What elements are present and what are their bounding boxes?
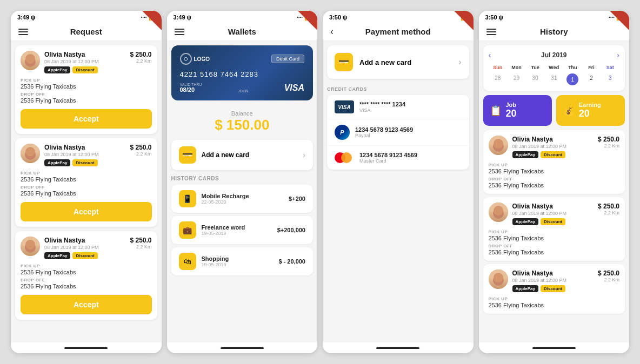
cal-29[interactable]: 29: [507, 73, 526, 85]
debit-card: ⬡ LOGO Debit Card 4221 5168 7464 2283 VA…: [171, 45, 314, 100]
back-button[interactable]: ‹: [330, 26, 334, 37]
card-holder: JOHN: [238, 89, 248, 93]
cal-3[interactable]: 3: [601, 73, 619, 85]
hist-badge-discount-2: Discount: [541, 218, 565, 225]
bottom-indicator-4: [479, 342, 630, 353]
bottom-indicator-3: [323, 342, 474, 353]
dropoff-label-3: DROP OFF: [21, 278, 152, 282]
day-thu: Thu: [563, 64, 582, 71]
visa-logo-icon: VISA: [335, 100, 354, 113]
cal-2[interactable]: 2: [582, 73, 601, 85]
dropoff-label-2: DROP OFF: [21, 185, 152, 190]
dropoff-value-2: 2536 Flying Taxicabs: [21, 190, 152, 197]
calendar-grid: 28 29 30 31 1 2 3: [489, 73, 620, 85]
visa-logo: VISA: [284, 83, 304, 93]
status-bar-1: 3:49 ψ ···· 📶: [11, 11, 162, 23]
payment-cards-container: VISA **** **** **** 1234 VISA P 1234 567…: [327, 95, 469, 170]
hist-price-2: $ 250.0: [598, 203, 619, 210]
badge-applepay-3: ApplePay: [44, 252, 70, 259]
user-name-2: Olivia Nastya: [44, 144, 125, 151]
cal-28[interactable]: 28: [489, 73, 508, 85]
earning-icon: 💰: [563, 105, 575, 117]
payment-inner: 💳 Add a new card › CREDIT CARDS VISA ***…: [323, 41, 474, 174]
balance-label: Balance: [171, 110, 314, 117]
hist-user-date-3: 08 Jan 2019 at 12:00 PM: [512, 278, 594, 283]
calendar-month: Jul 2019: [541, 51, 566, 59]
wallets-menu-icon[interactable]: [175, 29, 184, 35]
history-icon-3: 🛍: [179, 253, 196, 270]
hist-badge-discount-3: Discount: [541, 285, 565, 292]
wallets-screen: 3:49 ψ ···· 📶 Wallets ⬡ LOGO: [167, 11, 318, 353]
dropoff-value-1: 2536 Flying Taxicabs: [21, 97, 152, 104]
hist-user-row-1: Olivia Nastya 08 Jan 2019 at 12:00 PM Ap…: [489, 136, 620, 158]
history-title-header: History: [540, 27, 568, 36]
holder-label: JOHN: [238, 89, 248, 93]
prev-month-btn[interactable]: ‹: [489, 51, 491, 59]
hist-badge-applepay-3: ApplePay: [512, 285, 538, 292]
history-item-1: 📱 Mobile Recharge 22-05-2020 $+200: [171, 185, 314, 213]
job-icon: 📋: [490, 105, 502, 117]
accept-btn-3[interactable]: Accept: [21, 295, 152, 314]
earning-info: Earning 20: [579, 102, 601, 119]
history-item-2: 💼 Freelance word 19-05-2019 $+200,000: [171, 216, 314, 244]
menu-icon[interactable]: [18, 29, 28, 35]
corner-ribbon-2: [298, 11, 317, 30]
user-price-2: $ 250.0: [130, 144, 151, 151]
corner-ribbon: [142, 11, 162, 30]
history-trip-2: Olivia Nastya 08 Jan 2019 at 12:00 PM Ap…: [483, 197, 625, 261]
hist-route-2: PICK UP 2536 Flying Taxicabs DROP OFF 25…: [489, 230, 620, 255]
earning-value: 20: [579, 108, 601, 119]
add-card-btn[interactable]: 💳 Add a new card ›: [171, 140, 314, 170]
history-item-3: 🛍 Shopping 19-05-2019 $ - 20,000: [171, 247, 314, 275]
hist-price-1: $ 250.0: [598, 136, 619, 143]
user-row-1: Olivia Nastya 08 Jan 2019 at 12:00 PM Ap…: [21, 51, 152, 73]
job-label: Job: [506, 102, 517, 108]
route-section-1: PICK UP 2536 Flying Taxicabs DROP OFF 25…: [21, 78, 152, 104]
bottom-indicator-1: [11, 342, 162, 353]
history-menu-icon[interactable]: [486, 29, 496, 35]
dropoff-label-1: DROP OFF: [21, 92, 152, 97]
badge-applepay-2: ApplePay: [44, 159, 70, 166]
job-info: Job 20: [506, 102, 517, 119]
cal-31[interactable]: 31: [544, 73, 563, 85]
earning-stat-card: 💰 Earning 20: [556, 95, 625, 126]
hist-pickup-value-3: 2536 Flying Taxicabs: [489, 302, 620, 308]
next-month-btn[interactable]: ›: [617, 51, 619, 59]
pickup-label-2: PICK UP: [21, 171, 152, 176]
pickup-value-3: 2536 Flying Taxicabs: [21, 269, 152, 275]
hist-avatar-3: [489, 269, 508, 289]
hist-user-row-3: Olivia Nastya 08 Jan 2019 at 12:00 PM Ap…: [489, 269, 620, 292]
time-3: 3:50 ψ: [329, 14, 347, 21]
avatar-1: [21, 51, 40, 70]
hist-user-meta-1: $ 250.0 2.2 Km: [598, 136, 619, 149]
status-bar-3: 3:50 ψ 📶: [323, 11, 474, 23]
hist-user-date-1: 08 Jan 2019 at 12:00 PM: [512, 144, 594, 149]
job-value: 20: [506, 108, 517, 119]
accept-btn-2[interactable]: Accept: [21, 202, 152, 221]
paypal-card-item[interactable]: P 1234 5678 9123 4569 Paypal: [327, 119, 469, 146]
user-meta-3: $ 250.0 2.2 Km: [130, 237, 151, 250]
history-details-1: Mobile Recharge 22-05-2020: [202, 193, 289, 205]
payment-add-text: Add a new card: [359, 58, 458, 66]
payment-add-card-btn[interactable]: 💳 Add a new card ›: [327, 45, 469, 79]
history-content: ‹ Jul 2019 › Sun Mon Tue Wed Thu Fri Sat: [479, 41, 630, 342]
route-section-3: PICK UP 2536 Flying Taxicabs DROP OFF 25…: [21, 264, 152, 289]
hist-route-3: PICK UP 2536 Flying Taxicabs: [489, 296, 620, 308]
hist-dist-2: 2.2 Km: [598, 210, 619, 215]
request-content: Olivia Nastya 08 Jan 2019 at 12:00 PM Ap…: [11, 41, 162, 342]
mastercard-item[interactable]: 1234 5678 9123 4569 Master Card: [327, 146, 469, 170]
balance-section: Balance $ 150.00: [171, 106, 314, 140]
cal-1[interactable]: 1: [566, 73, 578, 85]
status-bar-2: 3:49 ψ ···· 📶: [167, 11, 318, 23]
badge-applepay-1: ApplePay: [44, 66, 70, 73]
user-date-1: 08 Jan 2019 at 12:00 PM: [44, 59, 125, 64]
history-trip-1: Olivia Nastya 08 Jan 2019 at 12:00 PM Ap…: [483, 130, 625, 194]
visa-number: **** **** **** 1234: [359, 101, 462, 107]
cal-30[interactable]: 30: [526, 73, 545, 85]
user-dist-2: 2.2 Km: [130, 151, 151, 157]
badge-row-1: ApplePay Discount: [44, 66, 125, 73]
dropoff-value-3: 2536 Flying Taxicabs: [21, 283, 152, 289]
accept-btn-1[interactable]: Accept: [21, 109, 152, 129]
visa-card-item[interactable]: VISA **** **** **** 1234 VISA: [327, 95, 469, 119]
hist-pickup-label-3: PICK UP: [489, 296, 620, 301]
